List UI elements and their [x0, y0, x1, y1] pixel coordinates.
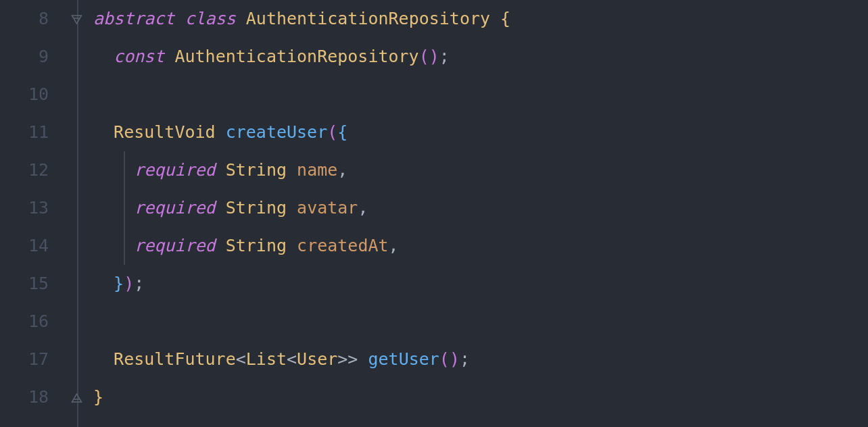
fold-expand-icon[interactable] [71, 393, 82, 403]
brace-open: { [500, 0, 510, 38]
line-number: 15 [0, 265, 49, 303]
angle-bracket: > [347, 341, 358, 378]
semicolon: ; [460, 341, 470, 378]
line-number-gutter: 8 9 10 11 12 13 14 15 16 17 18 [0, 0, 73, 427]
comma: , [389, 227, 399, 265]
keyword-abstract: abstract [93, 0, 174, 38]
line-number: 11 [0, 114, 49, 151]
keyword-required: required [134, 227, 215, 265]
brace-close: } [114, 265, 124, 303]
code-content[interactable]: abstract class AuthenticationRepository … [93, 0, 868, 427]
keyword-required: required [134, 151, 215, 189]
generic-type: List [246, 341, 287, 378]
constructor-name: AuthenticationRepository [174, 38, 418, 76]
keyword-const: const [114, 38, 164, 76]
line-number: 9 [0, 38, 49, 76]
line-number: 14 [0, 227, 49, 265]
code-editor[interactable]: 8 9 10 11 12 13 14 15 16 17 18 abstract … [0, 0, 868, 427]
param-name: name [297, 151, 337, 189]
line-number: 8 [0, 0, 49, 38]
code-line[interactable]: required String name, [93, 151, 868, 189]
param-type: String [226, 189, 287, 227]
code-line[interactable]: } [93, 378, 868, 416]
code-line[interactable]: required String avatar, [93, 189, 868, 227]
angle-bracket: > [337, 341, 347, 378]
method-name: createUser [226, 114, 328, 151]
keyword-class: class [185, 0, 235, 38]
semicolon: ; [439, 38, 450, 76]
code-line[interactable]: const AuthenticationRepository(); [93, 38, 868, 76]
angle-bracket: < [236, 341, 246, 378]
keyword-required: required [134, 189, 215, 227]
return-type: ResultFuture [114, 341, 236, 378]
line-number: 17 [0, 341, 49, 378]
brace-close: } [93, 378, 103, 416]
parentheses: () [419, 38, 439, 76]
code-line[interactable] [93, 76, 868, 114]
code-line[interactable]: }); [93, 265, 868, 303]
code-line[interactable]: ResultVoid createUser({ [93, 114, 868, 151]
param-type: String [226, 227, 287, 265]
code-line[interactable] [93, 303, 868, 341]
param-name: createdAt [297, 227, 388, 265]
generic-type: User [297, 341, 337, 378]
line-number: 13 [0, 189, 49, 227]
brace-open: { [337, 114, 347, 151]
fold-column [73, 0, 93, 427]
code-line[interactable]: required String createdAt, [93, 227, 868, 265]
comma: , [337, 151, 347, 189]
param-type: String [226, 151, 287, 189]
method-name: getUser [368, 341, 439, 378]
semicolon: ; [134, 265, 144, 303]
paren-open: ( [327, 114, 337, 151]
code-line[interactable]: ResultFuture<List<User>> getUser(); [93, 341, 868, 378]
line-number: 10 [0, 76, 49, 114]
comma: , [358, 189, 368, 227]
class-name: AuthenticationRepository [246, 0, 490, 38]
paren-close: ) [124, 265, 134, 303]
return-type: ResultVoid [114, 114, 216, 151]
line-number: 12 [0, 151, 49, 189]
line-number: 16 [0, 303, 49, 341]
line-number: 18 [0, 378, 49, 416]
fold-collapse-icon[interactable] [71, 15, 82, 24]
code-line[interactable]: abstract class AuthenticationRepository … [93, 0, 868, 38]
parentheses: () [439, 341, 460, 378]
param-name: avatar [297, 189, 358, 227]
angle-bracket: < [287, 341, 297, 378]
